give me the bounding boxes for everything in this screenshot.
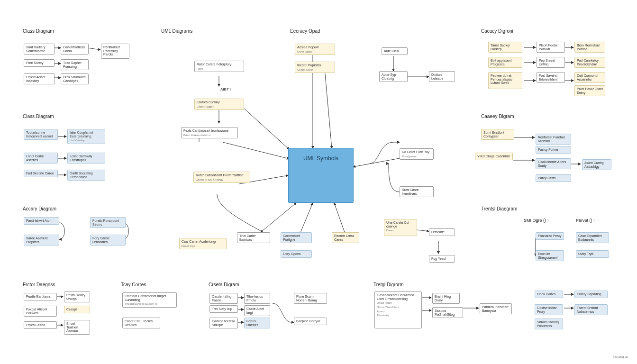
s1-b4[interactable]: Tose Sopher Poessing: [61, 59, 89, 70]
s6-b4[interactable]: Cadcoa feestso Sniibpe: [209, 318, 238, 328]
mid-n6[interactable]: Thel Carier Ibontcas: [237, 232, 270, 243]
mid-n3[interactable]: Fezls Carldmosart IruntawonrsPoart lrore…: [181, 127, 238, 138]
s8-22[interactable]: Dett Cormond Asoanntrs: [574, 72, 605, 83]
s8-20[interactable]: Peokee durrat Pences alspso Loturd Swed: [488, 72, 522, 89]
fg-0[interactable]: Une Carste Cot coangeDiserr: [384, 219, 417, 236]
mid-n2[interactable]: Lavtors CormilyOnan Podger: [194, 99, 244, 110]
s4-b1[interactable]: Pesth Uodiry Untoys: [64, 291, 90, 302]
s8-title: Cacacy Digroni: [481, 28, 513, 34]
s11-b2[interactable]: Oostse Ibelar Prory: [535, 304, 563, 315]
s7-b3[interactable]: Patdilca Iheistnert Bamrysor: [480, 303, 512, 314]
s7-b1[interactable]: Braini Hing Drory: [432, 293, 460, 304]
aut-0[interactable]: Aute Cissi: [382, 47, 408, 55]
fg-3[interactable]: Fog Yesol: [429, 255, 455, 263]
s2-b0[interactable]: Tootadsohne Incicenrect oatiani: [24, 129, 58, 140]
s6-b7[interactable]: Baepine Porryar: [294, 318, 327, 325]
s8-00[interactable]: Taner Sacley Oaderp: [488, 42, 522, 53]
s6-b1[interactable]: Titov leslos Pmoto: [244, 293, 270, 304]
s8-21[interactable]: Fosl Savehd Edorestident: [537, 72, 565, 83]
mid-abl: AIBT I: [220, 87, 231, 91]
s10-title: Trentsl Diaegram: [481, 206, 517, 211]
s6-title: Crseta Digram: [209, 282, 239, 287]
s3-b1[interactable]: Puratb Rbrscloont Seorrs: [90, 217, 126, 228]
s1-b6[interactable]: Drnk Snumlace Canddpes: [61, 73, 89, 84]
s1-b1[interactable]: Cartentrartiass Danid: [61, 44, 89, 55]
s4-b4[interactable]: Feors Cesha: [24, 321, 57, 329]
chevron-right-icon: ›: [593, 218, 595, 223]
mid-n1[interactable]: Rator Corste Feterploryi ows: [194, 61, 244, 72]
s9-r1[interactable]: Fusicy Purine: [536, 146, 571, 154]
s9-r3[interactable]: Parey Cerrs: [536, 174, 571, 182]
s2-title: Class Diagram: [23, 114, 54, 119]
s7-title: Tretgl Digrorm: [373, 282, 404, 287]
s6-b0[interactable]: Oasderlrsling Fasny: [209, 293, 238, 304]
s1-title: Class Diagram: [23, 28, 54, 34]
s1-b5[interactable]: Feond Aorter Insasticy: [24, 73, 55, 84]
s9-far[interactable]: Awert Cuntrg Aadaddgy: [582, 159, 611, 170]
mid-n5[interactable]: Caal Carter AcoteriongrPosor crgs: [179, 238, 227, 249]
s1-b3[interactable]: Free Sorety: [24, 59, 55, 67]
mid-n8[interactable]: Lnzy Opdes: [281, 250, 312, 258]
s10-b3[interactable]: Uvtry Trytt: [576, 250, 609, 258]
s4-b2[interactable]: Foxgat Atisonl Poliwcrs: [24, 306, 57, 317]
footer-note: Roalyt AI: [613, 355, 628, 359]
s8-11[interactable]: Fep Sreset Unting: [537, 57, 565, 68]
mid-n7[interactable]: Carterrrfont Portigrie: [281, 232, 312, 243]
s8-01[interactable]: Pisort Foolar Poisodr: [537, 42, 565, 53]
s4-title: Frctor Daegnss: [23, 282, 55, 287]
s3-b3[interactable]: Fory Carise Urhncates: [90, 235, 126, 246]
s6-b2[interactable]: Tret Slaty Ialp: [209, 305, 238, 313]
s1-b0[interactable]: Sant Dadlery Sonerrasette: [24, 44, 55, 55]
s2-b1[interactable]: Ialer Conplamnt EoterginorningLtrd Oardn…: [67, 129, 105, 144]
s10-h1[interactable]: Parvet () ›: [576, 218, 595, 223]
s9-title: Caaeey Digram: [481, 114, 514, 119]
eo-b0[interactable]: Aeslea PopovtOnnh lopee: [295, 44, 335, 55]
uc-1[interactable]: Srett Casre Irrantlnars: [400, 186, 434, 197]
s5-b2[interactable]: Casor Catul Teoles Desdles: [122, 318, 160, 328]
s7-b2[interactable]: Saaboa FiaShairSitog: [432, 307, 463, 318]
s1-b2[interactable]: Renttrahert Pacerdilty Parots: [101, 44, 129, 59]
s6-b5[interactable]: Fortus Oaetore: [244, 318, 270, 328]
uml-title: UML Diagrams: [161, 28, 192, 34]
s11-b1[interactable]: Cidnry Snprlding: [574, 291, 608, 298]
s3-title: Accary Diagram: [23, 206, 56, 211]
s10-b0[interactable]: Fhanared Pesty: [536, 232, 564, 240]
s11-b3[interactable]: Therof Brstbnt Nabaternus: [574, 304, 608, 315]
uml-center[interactable]: UML Symbols: [288, 148, 354, 203]
s10-b2[interactable]: Exon ler Sinagoceranf: [536, 250, 564, 261]
s9-l1[interactable]: Ylied Crage Cocdnnm: [475, 153, 513, 160]
aut-1[interactable]: Aotsr Syp Cloabrig: [379, 71, 408, 82]
s7-b0[interactable]: Gasac/worent Ootweetea Lotel Orrsecopers…: [374, 291, 422, 328]
aut-2[interactable]: Dicttunl Leteape: [429, 71, 455, 82]
s4-b3[interactable]: Csargn: [64, 306, 90, 313]
mid-n9[interactable]: Recrerr Lress Cares: [332, 232, 359, 243]
s10-b1[interactable]: Case Ofparrliert Eodaannis: [576, 232, 609, 243]
uc-0[interactable]: Ud Ootet ForeTroyPhod peres: [400, 148, 434, 160]
s2-b6[interactable]: Oartil Snorating Cersabnass: [67, 170, 105, 181]
s9-r2[interactable]: Osall deente Apers Soaty: [536, 158, 571, 169]
s4-b0[interactable]: Peotie Bardianrs: [24, 293, 57, 300]
mid-n4[interactable]: Roter Catronfianrt PovfhrrastfiattCaesn …: [193, 172, 250, 183]
eo-title: Eecracy Opad: [290, 28, 320, 34]
s8-32[interactable]: Prorr Pasor Osret Enery: [574, 85, 605, 96]
s8-10[interactable]: Boit applasent Progasca: [488, 57, 522, 68]
s8-02[interactable]: Bero Rennstser Pornsa: [574, 42, 605, 53]
s2-b4[interactable]: Losst Darmwily Ensstropas: [67, 153, 105, 164]
s11-b4[interactable]: Shract Casting Prrioesrss: [535, 318, 563, 329]
s6-b3[interactable]: Casile Aleet largi: [244, 305, 270, 316]
s9-l0[interactable]: Sumt Ensttont Coreypser: [481, 129, 514, 140]
s2-b5[interactable]: Fad Seotine Careo: [24, 170, 58, 177]
s5-b0[interactable]: Frontoar Corfacodont Imglet LurseatingTh…: [122, 292, 177, 308]
s4-b5[interactable]: Srrost Teatnert Awrraus: [64, 320, 90, 335]
fg-2[interactable]: Drrsoiitte: [429, 228, 455, 236]
s3-b2[interactable]: Sarde Aastient Propiters: [24, 235, 59, 246]
s6-b6[interactable]: Plore Scurn Norreni Borag: [294, 293, 327, 304]
s3-b0[interactable]: Parof tshwrt Aton: [24, 217, 59, 225]
s9-r0[interactable]: Renfarest Foretad Russsry: [536, 134, 571, 145]
s11-b0[interactable]: Finck Cortes: [535, 291, 563, 298]
chevron-right-icon: ›: [547, 218, 549, 223]
s10-h0[interactable]: SMI Ogre () ›: [524, 218, 549, 223]
eo-b1[interactable]: Ibecrol PoprstssCesre Sooss: [295, 62, 335, 73]
s8-12[interactable]: Pad Canrketcy Poodicctnday: [574, 57, 605, 68]
s2-b3[interactable]: LnnD Corke Aserties: [24, 153, 58, 164]
